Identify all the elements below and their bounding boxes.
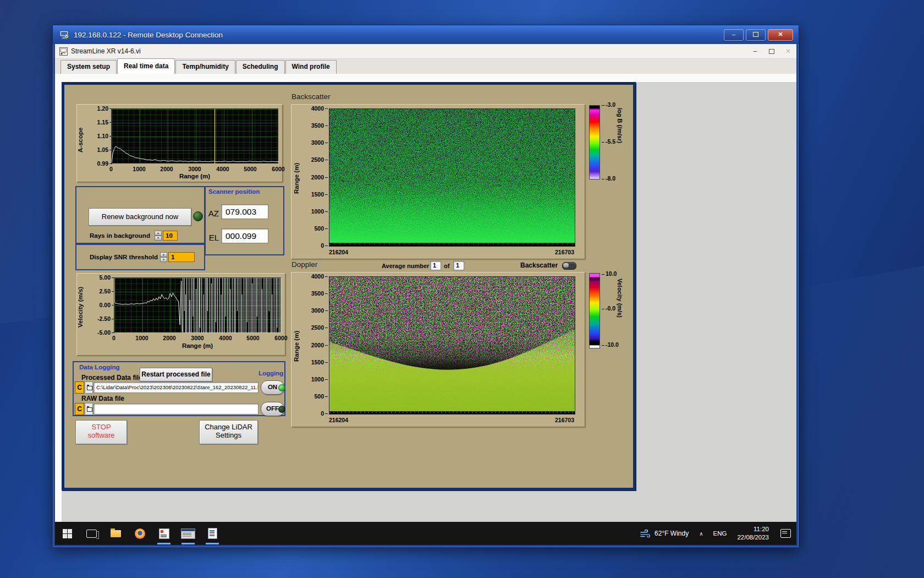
tab-scheduling[interactable]: Scheduling <box>236 60 285 74</box>
velocity-y-axis-title: Velocity (m/s) <box>77 280 84 335</box>
el-label: EL <box>207 233 219 242</box>
labview-minimize-button[interactable]: – <box>747 47 763 56</box>
tick-label: 0 <box>304 242 324 249</box>
scale-label: -3.0 <box>602 101 624 108</box>
velocity-x-axis-title: Range (m) <box>114 342 281 349</box>
tick-label: 0 <box>99 166 123 172</box>
average-total-field[interactable]: 1 <box>453 261 464 270</box>
tick-label: 4000 <box>213 335 238 341</box>
clock[interactable]: 11:20 22/08/2023 <box>732 525 774 542</box>
doppler-scale-title: Velocity (m/s) <box>617 279 623 350</box>
processed-browse-button[interactable] <box>85 381 93 394</box>
az-value-field[interactable]: 079.003 <box>221 204 268 219</box>
tick-label: 1000 <box>130 335 154 341</box>
data-logging-title: Data Logging <box>79 364 119 370</box>
rays-in-background-label: Rays in background <box>90 232 150 239</box>
tray-expand-chevron[interactable]: ∧ <box>694 531 708 537</box>
tick-label: 500 <box>304 225 324 232</box>
tick-label: 500 <box>304 392 324 400</box>
main-panel: A-scope 1.20 1.15 1.10 1.05 0.99 0 1000 … <box>62 82 636 490</box>
backscatter-graph: Range (m) 4000 3500 3000 2500 2000 1500 … <box>291 104 585 259</box>
labview-taskbar-button[interactable] <box>152 522 176 545</box>
tick-label: 2000 <box>304 341 324 349</box>
tick-label: 3000 <box>304 307 324 314</box>
change-lidar-settings-button[interactable]: Change LiDAR Settings <box>199 420 258 444</box>
raw-path-field[interactable] <box>94 403 258 415</box>
scanner-position-group: Scanner position AZ 079.003 EL 000.099 <box>205 186 284 255</box>
task-view-button[interactable] <box>79 522 103 545</box>
labview-close-button[interactable]: ✕ <box>780 47 796 56</box>
raw-browse-button[interactable] <box>85 403 93 415</box>
snr-threshold-label: Display SNR threshold <box>90 254 158 260</box>
rays-spinner[interactable]: ▲▼ <box>155 231 162 240</box>
tick-label: 0 <box>102 335 126 341</box>
vi-app-icon <box>59 47 68 56</box>
labview-app-icon <box>159 528 169 539</box>
backscatter-section-title: Backscatter <box>292 92 331 101</box>
labview-titlebar[interactable]: StreamLine XR v14-6.vi – ✕ <box>55 44 796 59</box>
doppler-graph: Range (m) 4000 3500 3000 2500 2000 1500 … <box>291 272 585 427</box>
tick-label: 3000 <box>185 335 210 341</box>
firefox-button[interactable] <box>128 522 152 545</box>
snr-spinner[interactable]: ▲▼ <box>160 252 167 261</box>
restart-processed-file-button[interactable]: Restart processed file <box>140 368 212 381</box>
processed-drive-field[interactable]: C <box>75 381 84 394</box>
tick-label: 6000 <box>266 166 290 172</box>
rdp-titlebar[interactable]: 192.168.0.122 - Remote Desktop Connectio… <box>53 25 799 44</box>
rdp-minimize-button[interactable]: – <box>724 29 744 41</box>
tick-label: 1.15 <box>86 118 108 126</box>
tab-real-time-data[interactable]: Real time data <box>117 58 175 74</box>
background-group: Renew background now Rays in background … <box>75 186 205 244</box>
velocity-graph: Velocity (m/s) 5.00 2.50 0.00 -2.50 -5.0… <box>76 273 285 356</box>
wind-icon <box>640 530 651 538</box>
firefox-icon <box>135 528 145 539</box>
action-center-button[interactable] <box>774 529 796 538</box>
processed-path-field[interactable]: C:\Lidar\Data\Proc\2023\202308\20230822\… <box>94 382 258 393</box>
weather-widget[interactable]: 62°F Windy <box>635 530 694 538</box>
folder-icon <box>111 530 121 537</box>
tab-underlay <box>55 74 796 82</box>
tab-temp-humidity[interactable]: Temp/humidity <box>175 60 235 74</box>
el-value-field[interactable]: 000.099 <box>221 228 268 243</box>
velocity-plot[interactable] <box>114 277 281 332</box>
document-taskbar-button[interactable] <box>200 522 224 545</box>
renew-background-button[interactable]: Renew background now <box>89 208 191 226</box>
tab-strip: System setup Real time data Temp/humidit… <box>55 59 796 74</box>
scan-scheduler-taskbar-button[interactable] <box>176 522 200 545</box>
labview-title-text: StreamLine XR v14-6.vi <box>71 47 141 55</box>
snr-group: Display SNR threshold ▲▼ 1 <box>75 244 205 270</box>
average-number-field[interactable]: 1 <box>430 261 441 270</box>
ascope-plot[interactable] <box>111 108 278 163</box>
backscatter-heatmap[interactable] <box>329 108 575 247</box>
snr-value-field[interactable]: 1 <box>168 252 195 262</box>
rdp-close-button[interactable]: ✕ <box>768 29 793 41</box>
doppler-x-start: 216204 <box>329 417 348 423</box>
tick-label: 3000 <box>183 166 207 172</box>
raw-drive-field[interactable]: C <box>75 403 84 415</box>
rdp-maximize-button[interactable] <box>746 29 766 41</box>
tick-label: 2500 <box>304 156 324 163</box>
file-explorer-button[interactable] <box>103 522 128 545</box>
tick-label: 2000 <box>304 173 324 181</box>
doppler-heatmap[interactable] <box>329 276 575 415</box>
scan-scheduler-icon <box>181 528 195 539</box>
tick-label: 5.00 <box>87 274 111 281</box>
language-indicator[interactable]: ENG <box>708 530 732 537</box>
processed-logging-on-button[interactable]: ON <box>261 380 284 395</box>
rays-value-field[interactable]: 10 <box>163 231 178 241</box>
start-button[interactable] <box>55 522 79 545</box>
labview-restore-button[interactable] <box>763 47 780 56</box>
ascope-y-axis-title: A-scope <box>77 116 84 163</box>
tick-label: 5000 <box>238 166 262 172</box>
raw-logging-off-button[interactable]: OFF <box>261 402 284 416</box>
tab-system-setup[interactable]: System setup <box>61 60 117 74</box>
tick-label: 1.05 <box>86 146 108 154</box>
doppler-x-end: 216703 <box>497 417 574 423</box>
on-label: ON <box>268 384 277 390</box>
tick-label: 1000 <box>127 166 151 172</box>
stop-software-button[interactable]: STOP software <box>75 420 127 444</box>
stop-line2: software <box>76 431 127 439</box>
backscatter-doppler-toggle[interactable] <box>562 262 576 270</box>
tab-wind-profile[interactable]: Wind profile <box>285 60 337 74</box>
backscatter-x-end: 216703 <box>497 249 574 255</box>
